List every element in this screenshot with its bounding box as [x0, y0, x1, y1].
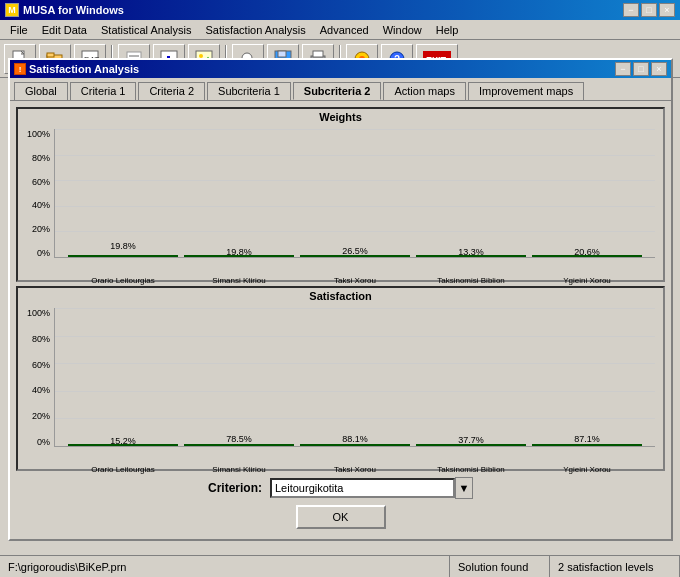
menu-satisfaction-analysis[interactable]: Satisfaction Analysis — [199, 23, 311, 37]
s-y-40: 40% — [32, 385, 50, 395]
tab-global[interactable]: Global — [14, 82, 68, 100]
s-y-60: 60% — [32, 360, 50, 370]
tab-subcriteria2[interactable]: Subcriteria 2 — [293, 82, 382, 100]
window-minimize-button[interactable]: − — [615, 62, 631, 76]
window-maximize-button[interactable]: □ — [633, 62, 649, 76]
weights-bar-3: 26.5% Taksi Xorou — [300, 255, 410, 257]
status-info: 2 satisfaction levels — [550, 556, 680, 577]
sat-bar-2-label: 78.5% — [226, 434, 252, 444]
window-close-button[interactable]: × — [651, 62, 667, 76]
s-y-20: 20% — [32, 411, 50, 421]
ok-button-row: OK — [16, 505, 665, 529]
w-y-40: 40% — [32, 200, 50, 210]
weights-bar-4-name: Taksinomisi Biblion — [437, 276, 505, 285]
w-y-60: 60% — [32, 177, 50, 187]
close-button[interactable]: × — [659, 3, 675, 17]
sat-bar-4: 37.7% Taksinomisi Biblion — [416, 444, 526, 446]
tab-improvement-maps[interactable]: Improvement maps — [468, 82, 584, 100]
satisfaction-chart: Satisfaction 100% 80% 60% 40% 20% 0% — [16, 286, 665, 471]
weights-chart: Weights 100% 80% 60% 40% 20% 0% — [16, 107, 665, 282]
sat-bar-4-name: Taksinomisi Biblion — [437, 465, 505, 474]
weights-bar-2-name: Simansi Ktiriou — [212, 276, 265, 285]
sat-bar-3-name: Taksi Xorou — [334, 465, 376, 474]
sat-bar-1-name: Orario Leitourgias — [91, 465, 155, 474]
status-bar: F:\grigoroudis\BiKeP.prn Solution found … — [0, 555, 680, 577]
satisfaction-analysis-window: ! Satisfaction Analysis − □ × Global Cri… — [8, 58, 673, 541]
criterion-row: Criterion: Leitourgikotita ▼ — [16, 477, 665, 499]
menu-window[interactable]: Window — [377, 23, 428, 37]
weights-bar-1-name: Orario Leitourgias — [91, 276, 155, 285]
weights-bar-3-name: Taksi Xorou — [334, 276, 376, 285]
menu-advanced[interactable]: Advanced — [314, 23, 375, 37]
menu-edit-data[interactable]: Edit Data — [36, 23, 93, 37]
sat-bar-3: 88.1% Taksi Xorou — [300, 444, 410, 446]
weights-bar-1: 19.8% Orario Leitourgias — [68, 255, 178, 257]
w-y-20: 20% — [32, 224, 50, 234]
criterion-select[interactable]: Leitourgikotita — [270, 478, 455, 498]
tab-criteria1[interactable]: Criteria 1 — [70, 82, 137, 100]
tab-bar: Global Criteria 1 Criteria 2 Subcriteria… — [10, 78, 671, 100]
weights-chart-title: Weights — [18, 109, 663, 125]
w-y-0: 0% — [37, 248, 50, 258]
app-icon: M — [5, 3, 19, 17]
weights-bar-5: 20.6% Ygieini Xorou — [532, 255, 642, 257]
sat-bar-5-label: 87.1% — [574, 434, 600, 444]
ok-button[interactable]: OK — [296, 505, 386, 529]
app-title: MUSA for Windows — [23, 4, 124, 16]
sat-bar-5: 87.1% Ygieini Xorou — [532, 444, 642, 446]
svg-rect-18 — [278, 51, 286, 57]
menu-file[interactable]: File — [4, 23, 34, 37]
criterion-dropdown-arrow[interactable]: ▼ — [455, 477, 473, 499]
sat-bar-5-name: Ygieini Xorou — [563, 465, 611, 474]
app-title-bar: M MUSA for Windows − □ × — [0, 0, 680, 20]
svg-rect-21 — [313, 51, 323, 57]
criterion-select-wrapper: Leitourgikotita ▼ — [270, 477, 473, 499]
tab-action-maps[interactable]: Action maps — [383, 82, 466, 100]
sat-bar-3-label: 88.1% — [342, 434, 368, 444]
maximize-button[interactable]: □ — [641, 3, 657, 17]
weights-bar-2: 19.8% Simansi Ktiriou — [184, 255, 294, 257]
weights-bar-5-name: Ygieini Xorou — [563, 276, 611, 285]
svg-rect-2 — [47, 53, 54, 57]
s-y-100: 100% — [27, 308, 50, 318]
status-file-path: F:\grigoroudis\BiKeP.prn — [0, 556, 450, 577]
tab-criteria2[interactable]: Criteria 2 — [138, 82, 205, 100]
tab-content: Weights 100% 80% 60% 40% 20% 0% — [10, 100, 671, 539]
sat-bar-2-name: Simansi Ktiriou — [212, 465, 265, 474]
s-y-0: 0% — [37, 437, 50, 447]
window-title-bar: ! Satisfaction Analysis − □ × — [10, 60, 671, 78]
svg-point-14 — [199, 54, 203, 58]
w-y-80: 80% — [32, 153, 50, 163]
criterion-label: Criterion: — [208, 481, 262, 495]
window-icon: ! — [14, 63, 26, 75]
satisfaction-chart-title: Satisfaction — [18, 288, 663, 304]
minimize-button[interactable]: − — [623, 3, 639, 17]
weights-bar-4: 13.3% Taksinomisi Biblion — [416, 255, 526, 257]
s-y-80: 80% — [32, 334, 50, 344]
tab-subcriteria1[interactable]: Subcriteria 1 — [207, 82, 291, 100]
menu-bar: File Edit Data Statistical Analysis Sati… — [0, 20, 680, 40]
menu-statistical-analysis[interactable]: Statistical Analysis — [95, 23, 197, 37]
sat-bar-2: 78.5% Simansi Ktiriou — [184, 444, 294, 446]
status-solution: Solution found — [450, 556, 550, 577]
menu-help[interactable]: Help — [430, 23, 465, 37]
window-title: Satisfaction Analysis — [29, 63, 139, 75]
w-y-100: 100% — [27, 129, 50, 139]
sat-bar-1: 15.2% Orario Leitourgias — [68, 444, 178, 446]
